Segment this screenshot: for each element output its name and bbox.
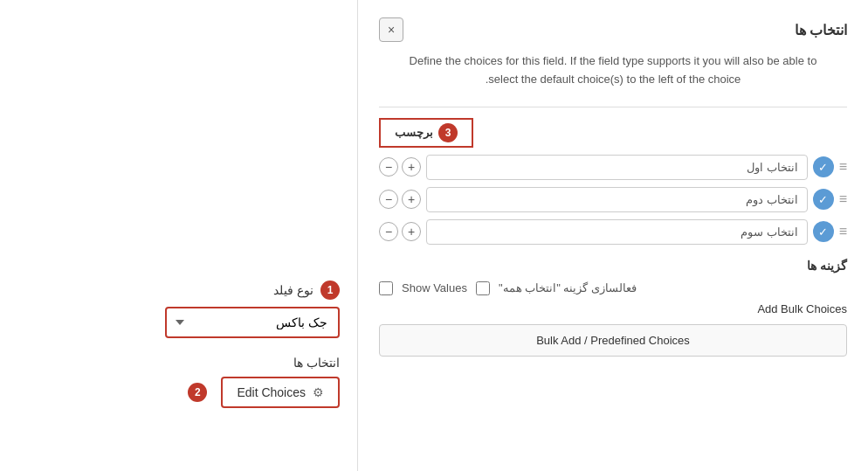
add-choice-button[interactable]: +: [402, 190, 421, 209]
drag-handle-1[interactable]: ≡: [839, 159, 847, 175]
bulk-add-predefined-button[interactable]: Bulk Add / Predefined Choices: [379, 324, 847, 357]
choice-row: − + ✓ ≡: [379, 155, 847, 180]
choice-controls: − +: [379, 157, 421, 177]
choices-list: − + ✓ ≡ − + ✓ ≡ − + ✓ ≡: [379, 155, 847, 245]
show-values-label: Show Values: [402, 281, 467, 294]
badge-2: 2: [188, 383, 207, 402]
field-type-select[interactable]: جک باکس: [165, 307, 340, 338]
choice-row: − + ✓ ≡: [379, 219, 847, 245]
description: Define the choices for this field. If th…: [379, 52, 847, 89]
enable-select-all-checkbox[interactable]: [476, 281, 490, 295]
drag-handle-2[interactable]: ≡: [839, 191, 847, 207]
drag-handle-3[interactable]: ≡: [839, 224, 847, 239]
add-choice-button[interactable]: +: [402, 157, 421, 177]
choice-row: − + ✓ ≡: [379, 187, 847, 212]
close-button[interactable]: ×: [379, 17, 403, 42]
choice-controls: − +: [379, 222, 421, 241]
panel-header: انتخاب ها ×: [379, 17, 847, 42]
choice-controls: − +: [379, 190, 421, 209]
choice-input-2[interactable]: [426, 187, 808, 212]
options-section: گزینه ها فعالسازی گزینه "انتخاب همه" Sho…: [379, 259, 847, 357]
choices-section: انتخاب ها 2 Edit Choices ⚙: [17, 356, 340, 408]
remove-choice-button[interactable]: −: [379, 157, 398, 177]
options-row: فعالسازی گزینه "انتخاب همه" Show Values: [379, 281, 847, 295]
badge-1: 1: [320, 281, 340, 300]
edit-choices-button[interactable]: Edit Choices ⚙: [221, 377, 340, 408]
check-icon-3: ✓: [813, 221, 834, 242]
add-bulk-choices-link[interactable]: Add Bulk Choices: [379, 302, 847, 315]
badge-3: 3: [438, 123, 458, 142]
options-title: گزینه ها: [379, 259, 847, 273]
panel-title: انتخاب ها: [795, 22, 847, 38]
remove-choice-button[interactable]: −: [379, 190, 398, 209]
left-panel: 1 نوع فیلد جک باکس انتخاب ها 2 Edit Choi…: [0, 0, 358, 471]
right-panel: انتخاب ها × Define the choices for this …: [358, 0, 868, 471]
divider: [379, 107, 847, 107]
gear-icon: ⚙: [313, 385, 324, 399]
label-column-header: 3 برچسب: [379, 118, 473, 148]
choices-label: انتخاب ها: [293, 356, 340, 370]
choice-input-3[interactable]: [426, 219, 808, 245]
enable-select-all-label: فعالسازی گزینه "انتخاب همه": [499, 281, 637, 294]
choices-header: 3 برچسب: [379, 118, 847, 148]
show-values-checkbox[interactable]: [379, 281, 393, 295]
remove-choice-button[interactable]: −: [379, 222, 398, 241]
add-choice-button[interactable]: +: [402, 222, 421, 241]
check-icon-1: ✓: [813, 156, 834, 177]
choice-input-1[interactable]: [426, 155, 808, 180]
check-icon-2: ✓: [813, 189, 834, 210]
field-type-label: 1 نوع فیلد: [273, 281, 340, 300]
field-type-section: 1 نوع فیلد جک باکس: [17, 281, 340, 338]
